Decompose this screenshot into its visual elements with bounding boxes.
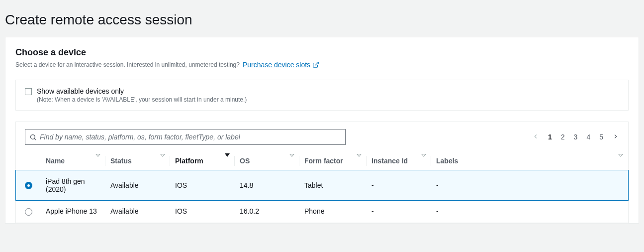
cell-name: iPad 8th gen (2020) [41,170,105,201]
external-link-icon [312,61,319,68]
column-labels-label: Labels [436,157,458,165]
table-row[interactable]: Apple iPhone 13 Available IOS 16.0.2 Pho… [16,200,628,223]
column-name-label: Name [46,157,65,165]
pagination-page-2[interactable]: 2 [561,133,565,141]
show-available-checkbox[interactable] [25,88,32,95]
table-row[interactable]: iPad 8th gen (2020) Available IOS 14.8 T… [16,170,628,201]
cell-labels: - [431,200,608,223]
show-available-checkbox-row: Show available devices only (Note: When … [25,87,619,103]
column-instance-id[interactable]: Instance Id [367,152,431,170]
cell-form-factor: Phone [299,200,367,223]
checkbox-label: Show available devices only [37,87,247,95]
column-select [16,152,41,170]
cell-platform: IOS [170,200,235,223]
chevron-left-icon [532,133,539,140]
cell-status: Available [105,200,170,223]
row-radio[interactable] [25,208,32,216]
svg-line-2 [34,138,36,140]
column-status-label: Status [110,157,132,165]
pagination-next[interactable] [612,133,619,141]
column-platform-label: Platform [175,157,203,165]
column-os[interactable]: OS [235,152,299,170]
sort-icon [421,157,426,165]
search-input[interactable] [40,133,341,141]
sort-icon [95,157,100,165]
panel-title: Choose a device [15,47,629,58]
table-toolbar: 1 2 3 4 5 [25,129,619,145]
column-labels[interactable]: Labels [431,152,608,170]
page-title: Create remote access session [5,5,639,37]
chevron-right-icon [612,133,619,140]
sort-icon [289,157,294,165]
column-instance-id-label: Instance Id [371,157,408,165]
purchase-device-slots-link[interactable]: Purchase device slots [243,61,319,69]
column-os-label: OS [240,157,250,165]
panel-description-text: Select a device for an interactive sessi… [15,61,240,68]
panel-header: Choose a device Select a device for an i… [15,47,629,69]
link-text: Purchase device slots [243,61,310,69]
pagination-page-5[interactable]: 5 [599,133,603,141]
pagination-page-4[interactable]: 4 [586,133,590,141]
checkbox-note: (Note: When a device is 'AVAILABLE', you… [37,96,247,103]
column-platform[interactable]: Platform [170,152,235,170]
cell-labels: - [431,170,608,201]
cell-status: Available [105,170,170,201]
device-table-container: 1 2 3 4 5 Name [15,122,629,223]
cell-instance-id: - [367,200,431,223]
filter-box: Show available devices only (Note: When … [15,80,629,111]
sort-icon [160,157,165,165]
svg-point-1 [31,134,35,139]
row-radio[interactable] [25,182,32,189]
pagination-prev[interactable] [532,133,539,141]
svg-line-0 [315,62,318,65]
pagination-page-3[interactable]: 3 [574,133,578,141]
cell-instance-id: - [367,170,431,201]
sort-icon-active [225,157,230,165]
cell-name: Apple iPhone 13 [41,200,105,223]
settings-sort-icon [618,157,623,165]
cell-platform: IOS [170,170,235,201]
search-box[interactable] [25,129,346,145]
device-table: Name Status Platform [16,152,628,223]
panel-description: Select a device for an interactive sessi… [15,61,629,69]
search-icon [29,133,37,141]
choose-device-panel: Choose a device Select a device for an i… [5,37,639,224]
column-name[interactable]: Name [41,152,105,170]
column-settings[interactable] [608,152,628,170]
cell-os: 14.8 [235,170,299,201]
cell-os: 16.0.2 [235,200,299,223]
pagination: 1 2 3 4 5 [532,133,619,141]
column-form-factor-label: Form factor [304,157,343,165]
sort-icon [357,157,362,165]
cell-form-factor: Tablet [299,170,367,201]
column-status[interactable]: Status [105,152,170,170]
pagination-page-1[interactable]: 1 [548,133,552,141]
column-form-factor[interactable]: Form factor [299,152,367,170]
